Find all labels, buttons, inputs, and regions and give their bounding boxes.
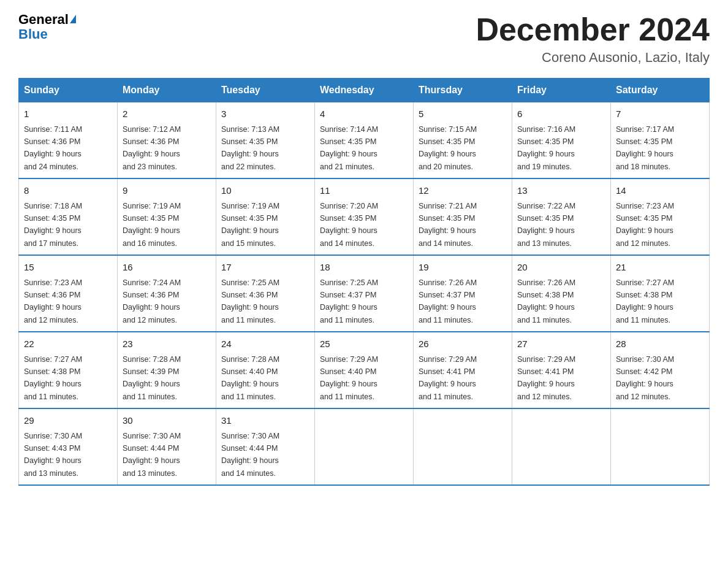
day-info: Sunrise: 7:30 AMSunset: 4:44 PMDaylight:… [123,432,181,478]
calendar-header-row: Sunday Monday Tuesday Wednesday Thursday… [19,79,710,102]
header-sunday: Sunday [19,79,118,102]
calendar-cell: 20 Sunrise: 7:26 AMSunset: 4:38 PMDaylig… [512,255,611,332]
day-number: 12 [419,184,507,198]
day-number: 25 [320,337,408,351]
calendar-week-row-3: 22 Sunrise: 7:27 AMSunset: 4:38 PMDaylig… [19,332,710,408]
calendar-week-row-2: 15 Sunrise: 7:23 AMSunset: 4:36 PMDaylig… [19,255,710,332]
day-info: Sunrise: 7:26 AMSunset: 4:37 PMDaylight:… [419,278,477,324]
calendar-cell: 27 Sunrise: 7:29 AMSunset: 4:41 PMDaylig… [512,332,611,408]
day-info: Sunrise: 7:24 AMSunset: 4:36 PMDaylight:… [123,278,181,324]
day-info: Sunrise: 7:19 AMSunset: 4:35 PMDaylight:… [123,202,181,248]
day-info: Sunrise: 7:25 AMSunset: 4:36 PMDaylight:… [221,278,279,324]
calendar-cell: 6 Sunrise: 7:16 AMSunset: 4:35 PMDayligh… [512,102,611,179]
day-number: 6 [517,107,605,121]
day-info: Sunrise: 7:13 AMSunset: 4:35 PMDaylight:… [221,125,279,171]
calendar-cell: 26 Sunrise: 7:29 AMSunset: 4:41 PMDaylig… [414,332,512,408]
calendar-cell: 4 Sunrise: 7:14 AMSunset: 4:35 PMDayligh… [315,102,414,179]
day-info: Sunrise: 7:27 AMSunset: 4:38 PMDaylight:… [616,278,674,324]
calendar-cell: 29 Sunrise: 7:30 AMSunset: 4:43 PMDaylig… [19,408,118,485]
day-info: Sunrise: 7:18 AMSunset: 4:35 PMDaylight:… [24,202,82,248]
day-info: Sunrise: 7:29 AMSunset: 4:41 PMDaylight:… [419,355,477,401]
day-number: 17 [221,261,309,275]
day-number: 31 [221,414,309,428]
day-number: 5 [419,107,507,121]
calendar-week-row-1: 8 Sunrise: 7:18 AMSunset: 4:35 PMDayligh… [19,178,710,255]
header-friday: Friday [512,79,611,102]
calendar-cell: 10 Sunrise: 7:19 AMSunset: 4:35 PMDaylig… [216,178,315,255]
day-number: 13 [517,184,605,198]
calendar-cell: 3 Sunrise: 7:13 AMSunset: 4:35 PMDayligh… [216,102,315,179]
logo: General Blue [18,12,76,42]
calendar-cell: 18 Sunrise: 7:25 AMSunset: 4:37 PMDaylig… [315,255,414,332]
calendar-cell: 22 Sunrise: 7:27 AMSunset: 4:38 PMDaylig… [19,332,118,408]
calendar-cell: 17 Sunrise: 7:25 AMSunset: 4:36 PMDaylig… [216,255,315,332]
calendar-week-row-4: 29 Sunrise: 7:30 AMSunset: 4:43 PMDaylig… [19,408,710,485]
day-info: Sunrise: 7:25 AMSunset: 4:37 PMDaylight:… [320,278,378,324]
location-subtitle: Coreno Ausonio, Lazio, Italy [476,50,710,66]
day-info: Sunrise: 7:29 AMSunset: 4:41 PMDaylight:… [517,355,575,401]
logo-blue-text: Blue [18,27,76,42]
day-number: 2 [123,107,211,121]
day-info: Sunrise: 7:30 AMSunset: 4:43 PMDaylight:… [24,432,82,478]
logo-general-line: General [18,12,76,27]
calendar-cell: 12 Sunrise: 7:21 AMSunset: 4:35 PMDaylig… [414,178,512,255]
header-saturday: Saturday [611,79,710,102]
calendar-cell: 19 Sunrise: 7:26 AMSunset: 4:37 PMDaylig… [414,255,512,332]
calendar-cell [414,408,512,485]
day-info: Sunrise: 7:19 AMSunset: 4:35 PMDaylight:… [221,202,279,248]
day-number: 11 [320,184,408,198]
calendar-cell: 21 Sunrise: 7:27 AMSunset: 4:38 PMDaylig… [611,255,710,332]
day-number: 23 [123,337,211,351]
day-info: Sunrise: 7:28 AMSunset: 4:40 PMDaylight:… [221,355,279,401]
day-number: 8 [24,184,112,198]
day-number: 4 [320,107,408,121]
day-number: 18 [320,261,408,275]
day-number: 28 [616,337,704,351]
day-number: 15 [24,261,112,275]
day-info: Sunrise: 7:22 AMSunset: 4:35 PMDaylight:… [517,202,575,248]
calendar-cell: 15 Sunrise: 7:23 AMSunset: 4:36 PMDaylig… [19,255,118,332]
calendar-cell: 8 Sunrise: 7:18 AMSunset: 4:35 PMDayligh… [19,178,118,255]
day-number: 29 [24,414,112,428]
header-thursday: Thursday [414,79,512,102]
day-info: Sunrise: 7:17 AMSunset: 4:35 PMDaylight:… [616,125,674,171]
calendar-cell: 13 Sunrise: 7:22 AMSunset: 4:35 PMDaylig… [512,178,611,255]
calendar-cell [315,408,414,485]
calendar-week-row-0: 1 Sunrise: 7:11 AMSunset: 4:36 PMDayligh… [19,102,710,179]
day-info: Sunrise: 7:21 AMSunset: 4:35 PMDaylight:… [419,202,477,248]
day-info: Sunrise: 7:27 AMSunset: 4:38 PMDaylight:… [24,355,82,401]
calendar-cell: 23 Sunrise: 7:28 AMSunset: 4:39 PMDaylig… [118,332,216,408]
calendar-cell: 5 Sunrise: 7:15 AMSunset: 4:35 PMDayligh… [414,102,512,179]
header-monday: Monday [118,79,216,102]
day-info: Sunrise: 7:23 AMSunset: 4:35 PMDaylight:… [616,202,674,248]
logo-general-text: General [18,12,69,27]
calendar-cell: 2 Sunrise: 7:12 AMSunset: 4:36 PMDayligh… [118,102,216,179]
header-wednesday: Wednesday [315,79,414,102]
day-info: Sunrise: 7:20 AMSunset: 4:35 PMDaylight:… [320,202,378,248]
calendar-cell: 25 Sunrise: 7:29 AMSunset: 4:40 PMDaylig… [315,332,414,408]
page-header: General Blue December 2024 Coreno Ausoni… [18,12,710,66]
day-number: 19 [419,261,507,275]
title-block: December 2024 Coreno Ausonio, Lazio, Ita… [476,12,710,66]
day-info: Sunrise: 7:11 AMSunset: 4:36 PMDaylight:… [24,125,82,171]
day-info: Sunrise: 7:14 AMSunset: 4:35 PMDaylight:… [320,125,378,171]
day-info: Sunrise: 7:23 AMSunset: 4:36 PMDaylight:… [24,278,82,324]
calendar-cell: 30 Sunrise: 7:30 AMSunset: 4:44 PMDaylig… [118,408,216,485]
calendar-cell: 31 Sunrise: 7:30 AMSunset: 4:44 PMDaylig… [216,408,315,485]
day-number: 26 [419,337,507,351]
day-info: Sunrise: 7:28 AMSunset: 4:39 PMDaylight:… [123,355,181,401]
day-number: 16 [123,261,211,275]
calendar-cell: 1 Sunrise: 7:11 AMSunset: 4:36 PMDayligh… [19,102,118,179]
day-info: Sunrise: 7:30 AMSunset: 4:42 PMDaylight:… [616,355,674,401]
calendar-cell: 28 Sunrise: 7:30 AMSunset: 4:42 PMDaylig… [611,332,710,408]
day-number: 20 [517,261,605,275]
day-number: 24 [221,337,309,351]
day-number: 10 [221,184,309,198]
calendar-cell: 11 Sunrise: 7:20 AMSunset: 4:35 PMDaylig… [315,178,414,255]
day-number: 14 [616,184,704,198]
calendar-cell: 7 Sunrise: 7:17 AMSunset: 4:35 PMDayligh… [611,102,710,179]
day-number: 3 [221,107,309,121]
month-title: December 2024 [476,12,710,47]
header-tuesday: Tuesday [216,79,315,102]
calendar-cell: 16 Sunrise: 7:24 AMSunset: 4:36 PMDaylig… [118,255,216,332]
